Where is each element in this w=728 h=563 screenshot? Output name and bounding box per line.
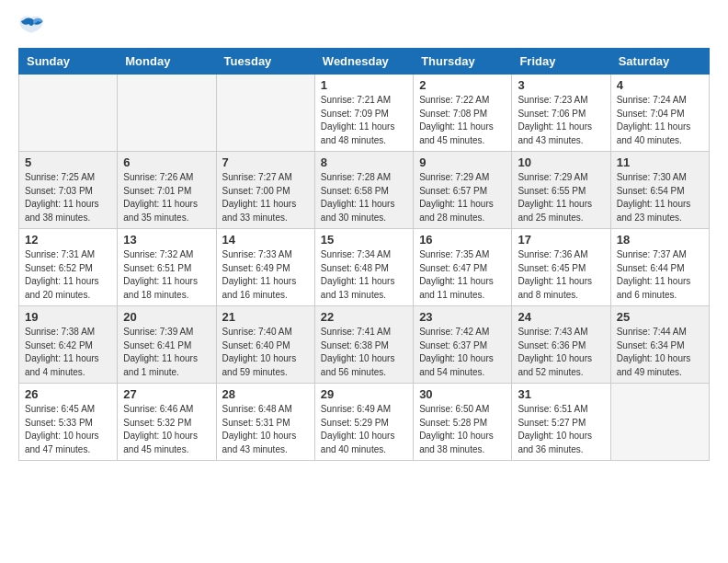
day-info: Sunrise: 7:43 AM Sunset: 6:36 PM Dayligh…	[518, 326, 604, 379]
day-number: 21	[222, 310, 309, 324]
day-info: Sunrise: 6:50 AM Sunset: 5:28 PM Dayligh…	[419, 403, 506, 456]
day-number: 3	[518, 78, 604, 92]
day-info: Sunrise: 7:27 AM Sunset: 7:00 PM Dayligh…	[222, 171, 309, 224]
day-number: 2	[419, 78, 506, 92]
calendar-week-row: 5Sunrise: 7:25 AM Sunset: 7:03 PM Daylig…	[19, 152, 710, 229]
day-number: 31	[518, 387, 604, 401]
day-number: 23	[419, 310, 506, 324]
calendar-cell: 14Sunrise: 7:33 AM Sunset: 6:49 PM Dayli…	[216, 229, 314, 306]
calendar-cell: 3Sunrise: 7:23 AM Sunset: 7:06 PM Daylig…	[512, 75, 610, 152]
day-number: 29	[321, 387, 407, 401]
day-number: 25	[617, 310, 703, 324]
calendar-cell: 6Sunrise: 7:26 AM Sunset: 7:01 PM Daylig…	[118, 152, 216, 229]
day-info: Sunrise: 7:31 AM Sunset: 6:52 PM Dayligh…	[25, 248, 111, 302]
calendar: SundayMondayTuesdayWednesdayThursdayFrid…	[18, 48, 710, 461]
calendar-cell: 2Sunrise: 7:22 AM Sunset: 7:08 PM Daylig…	[414, 75, 512, 152]
day-info: Sunrise: 7:33 AM Sunset: 6:49 PM Dayligh…	[222, 248, 309, 302]
logo	[18, 15, 48, 37]
weekday-header-wednesday: Wednesday	[314, 49, 413, 75]
day-number: 15	[321, 233, 407, 247]
day-number: 13	[123, 233, 210, 247]
calendar-cell: 30Sunrise: 6:50 AM Sunset: 5:28 PM Dayli…	[414, 384, 512, 461]
calendar-cell: 16Sunrise: 7:35 AM Sunset: 6:47 PM Dayli…	[414, 229, 512, 306]
calendar-cell: 5Sunrise: 7:25 AM Sunset: 7:03 PM Daylig…	[19, 152, 118, 229]
calendar-week-row: 1Sunrise: 7:21 AM Sunset: 7:09 PM Daylig…	[19, 75, 710, 152]
day-number: 5	[25, 155, 111, 169]
day-info: Sunrise: 7:29 AM Sunset: 6:55 PM Dayligh…	[518, 171, 604, 224]
calendar-cell: 21Sunrise: 7:40 AM Sunset: 6:40 PM Dayli…	[216, 306, 314, 384]
calendar-cell: 20Sunrise: 7:39 AM Sunset: 6:41 PM Dayli…	[118, 306, 216, 384]
day-info: Sunrise: 7:29 AM Sunset: 6:57 PM Dayligh…	[419, 171, 506, 224]
day-number: 11	[617, 155, 703, 169]
calendar-cell	[216, 75, 314, 152]
day-info: Sunrise: 7:38 AM Sunset: 6:42 PM Dayligh…	[25, 326, 111, 379]
day-info: Sunrise: 7:21 AM Sunset: 7:09 PM Dayligh…	[321, 94, 407, 147]
calendar-cell: 9Sunrise: 7:29 AM Sunset: 6:57 PM Daylig…	[414, 152, 512, 229]
calendar-cell: 22Sunrise: 7:41 AM Sunset: 6:38 PM Dayli…	[314, 306, 413, 384]
day-number: 26	[25, 387, 111, 401]
day-info: Sunrise: 7:40 AM Sunset: 6:40 PM Dayligh…	[222, 326, 309, 379]
day-info: Sunrise: 6:46 AM Sunset: 5:32 PM Dayligh…	[123, 403, 210, 456]
calendar-cell: 24Sunrise: 7:43 AM Sunset: 6:36 PM Dayli…	[512, 306, 610, 384]
calendar-cell: 27Sunrise: 6:46 AM Sunset: 5:32 PM Dayli…	[118, 384, 216, 461]
day-info: Sunrise: 7:30 AM Sunset: 6:54 PM Dayligh…	[617, 171, 703, 224]
calendar-cell: 13Sunrise: 7:32 AM Sunset: 6:51 PM Dayli…	[118, 229, 216, 306]
day-info: Sunrise: 7:42 AM Sunset: 6:37 PM Dayligh…	[419, 326, 506, 379]
logo-bird-icon	[18, 15, 44, 37]
calendar-cell	[19, 75, 118, 152]
calendar-cell: 8Sunrise: 7:28 AM Sunset: 6:58 PM Daylig…	[314, 152, 413, 229]
day-number: 1	[321, 78, 407, 92]
weekday-header-thursday: Thursday	[414, 49, 512, 75]
day-number: 4	[617, 78, 703, 92]
day-number: 17	[518, 233, 604, 247]
weekday-header-sunday: Sunday	[19, 49, 118, 75]
calendar-cell: 1Sunrise: 7:21 AM Sunset: 7:09 PM Daylig…	[314, 75, 413, 152]
day-info: Sunrise: 7:22 AM Sunset: 7:08 PM Dayligh…	[419, 94, 506, 147]
calendar-cell: 4Sunrise: 7:24 AM Sunset: 7:04 PM Daylig…	[610, 75, 709, 152]
calendar-cell: 12Sunrise: 7:31 AM Sunset: 6:52 PM Dayli…	[19, 229, 118, 306]
day-number: 27	[123, 387, 210, 401]
day-number: 16	[419, 233, 506, 247]
day-info: Sunrise: 7:44 AM Sunset: 6:34 PM Dayligh…	[617, 326, 703, 379]
day-info: Sunrise: 7:39 AM Sunset: 6:41 PM Dayligh…	[123, 326, 210, 379]
calendar-cell: 26Sunrise: 6:45 AM Sunset: 5:33 PM Dayli…	[19, 384, 118, 461]
weekday-header-monday: Monday	[118, 49, 216, 75]
day-number: 9	[419, 155, 506, 169]
calendar-week-row: 26Sunrise: 6:45 AM Sunset: 5:33 PM Dayli…	[19, 384, 710, 461]
day-info: Sunrise: 6:45 AM Sunset: 5:33 PM Dayligh…	[25, 403, 111, 456]
day-number: 6	[123, 155, 210, 169]
calendar-cell: 11Sunrise: 7:30 AM Sunset: 6:54 PM Dayli…	[610, 152, 709, 229]
calendar-cell: 31Sunrise: 6:51 AM Sunset: 5:27 PM Dayli…	[512, 384, 610, 461]
calendar-cell: 28Sunrise: 6:48 AM Sunset: 5:31 PM Dayli…	[216, 384, 314, 461]
day-info: Sunrise: 7:37 AM Sunset: 6:44 PM Dayligh…	[617, 248, 703, 302]
calendar-cell	[610, 384, 709, 461]
calendar-week-row: 12Sunrise: 7:31 AM Sunset: 6:52 PM Dayli…	[19, 229, 710, 306]
day-number: 20	[123, 310, 210, 324]
calendar-cell: 18Sunrise: 7:37 AM Sunset: 6:44 PM Dayli…	[610, 229, 709, 306]
calendar-cell: 7Sunrise: 7:27 AM Sunset: 7:00 PM Daylig…	[216, 152, 314, 229]
calendar-cell: 15Sunrise: 7:34 AM Sunset: 6:48 PM Dayli…	[314, 229, 413, 306]
day-info: Sunrise: 7:41 AM Sunset: 6:38 PM Dayligh…	[321, 326, 407, 379]
calendar-cell: 19Sunrise: 7:38 AM Sunset: 6:42 PM Dayli…	[19, 306, 118, 384]
day-info: Sunrise: 7:28 AM Sunset: 6:58 PM Dayligh…	[321, 171, 407, 224]
header	[18, 15, 710, 37]
calendar-week-row: 19Sunrise: 7:38 AM Sunset: 6:42 PM Dayli…	[19, 306, 710, 384]
weekday-header-row: SundayMondayTuesdayWednesdayThursdayFrid…	[19, 49, 710, 75]
day-info: Sunrise: 7:34 AM Sunset: 6:48 PM Dayligh…	[321, 248, 407, 302]
day-number: 8	[321, 155, 407, 169]
day-number: 18	[617, 233, 703, 247]
weekday-header-friday: Friday	[512, 49, 610, 75]
day-number: 24	[518, 310, 604, 324]
page: SundayMondayTuesdayWednesdayThursdayFrid…	[0, 0, 728, 476]
day-number: 30	[419, 387, 506, 401]
day-number: 10	[518, 155, 604, 169]
day-info: Sunrise: 7:36 AM Sunset: 6:45 PM Dayligh…	[518, 248, 604, 302]
day-info: Sunrise: 7:23 AM Sunset: 7:06 PM Dayligh…	[518, 94, 604, 147]
day-info: Sunrise: 6:48 AM Sunset: 5:31 PM Dayligh…	[222, 403, 309, 456]
weekday-header-saturday: Saturday	[610, 49, 709, 75]
day-number: 19	[25, 310, 111, 324]
calendar-cell	[118, 75, 216, 152]
calendar-cell: 29Sunrise: 6:49 AM Sunset: 5:29 PM Dayli…	[314, 384, 413, 461]
calendar-cell: 10Sunrise: 7:29 AM Sunset: 6:55 PM Dayli…	[512, 152, 610, 229]
calendar-cell: 23Sunrise: 7:42 AM Sunset: 6:37 PM Dayli…	[414, 306, 512, 384]
